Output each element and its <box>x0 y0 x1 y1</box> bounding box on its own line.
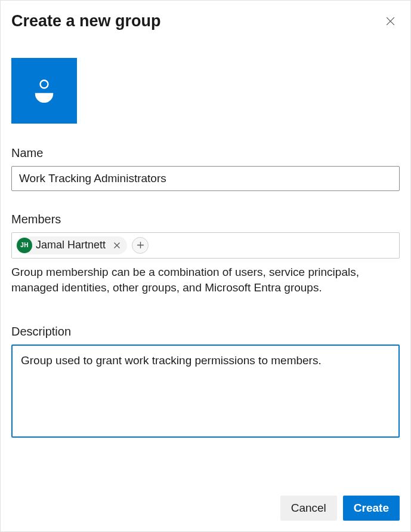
create-group-dialog: Create a new group Name Members JH Jamal… <box>0 0 411 532</box>
member-chip: JH Jamal Hartnett <box>16 236 127 254</box>
name-label: Name <box>11 146 400 160</box>
description-input[interactable] <box>11 345 400 438</box>
plus-icon <box>137 241 144 249</box>
person-icon <box>34 79 54 103</box>
dialog-header: Create a new group <box>11 11 400 32</box>
members-input[interactable]: JH Jamal Hartnett <box>11 232 400 259</box>
close-button[interactable] <box>381 11 400 30</box>
add-member-button[interactable] <box>132 237 149 254</box>
svg-point-0 <box>41 80 48 88</box>
members-help-text: Group membership can be a combination of… <box>11 265 400 296</box>
group-icon-tile[interactable] <box>11 58 77 124</box>
create-button[interactable]: Create <box>343 496 400 521</box>
dialog-title: Create a new group <box>11 11 161 32</box>
dialog-footer: Cancel Create <box>11 484 400 521</box>
description-label: Description <box>11 325 400 339</box>
cancel-button[interactable]: Cancel <box>280 496 337 521</box>
close-icon <box>113 242 120 249</box>
name-input[interactable] <box>11 166 400 191</box>
members-label: Members <box>11 213 400 226</box>
avatar: JH <box>17 238 32 253</box>
remove-member-button[interactable] <box>110 239 123 252</box>
close-icon <box>385 16 395 26</box>
member-chip-name: Jamal Hartnett <box>36 239 107 251</box>
